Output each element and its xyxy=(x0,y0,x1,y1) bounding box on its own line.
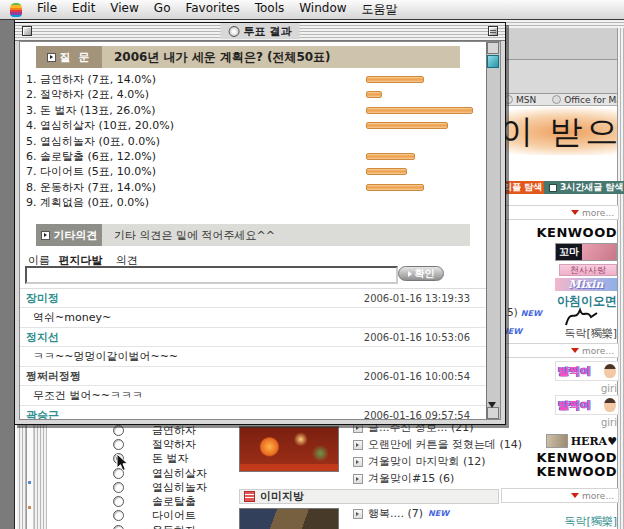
confirm-button[interactable]: 확인 xyxy=(398,266,444,281)
menu-item[interactable]: Edit xyxy=(72,1,95,18)
window-frame-right xyxy=(617,28,624,529)
radio-button[interactable] xyxy=(113,525,124,529)
opinion-input[interactable] xyxy=(25,266,398,284)
board-item-text: 행복.... (7) xyxy=(368,506,423,521)
favorites-label: MSN xyxy=(516,95,536,105)
ad-kenwood[interactable]: KENWOOD xyxy=(501,450,617,465)
menu-item[interactable]: Window xyxy=(299,1,346,18)
menu-item[interactable]: Go xyxy=(154,1,171,18)
poll-option-list: 금연하자절약하자돈 벌자열심히살자열심히놀자솔로탈출다이어트운동하자 xyxy=(113,423,207,529)
ad-label: HERA♥ xyxy=(571,435,617,448)
comment-text-row: 역쉬~money~ xyxy=(20,308,486,328)
photo-thumbnail[interactable] xyxy=(239,508,339,529)
comment-header-row: 쩡쩌러정쩡2006-01-16 10:00:54 xyxy=(20,367,486,386)
image-room-section-header[interactable]: 이미지방 xyxy=(239,489,499,504)
poll-result-bar xyxy=(366,91,382,98)
poll-item-text: 5. 열심히놀자 (0표, 0.0%) xyxy=(26,135,160,148)
ad-label: 발찍이 xyxy=(558,398,591,413)
ad-baljjik-banner[interactable]: 발찍이 xyxy=(555,395,619,415)
dokrak-link[interactable]: 독락[獨樂] xyxy=(501,326,617,341)
favorites-item-office[interactable]: Office for Macin xyxy=(552,95,624,105)
comment-header-row: 곽승근2006-01-16 09:57:54 xyxy=(20,406,486,419)
poll-option-row: 열심히놀자 xyxy=(113,480,207,494)
ad-kenwood[interactable]: KENWOOD xyxy=(501,225,617,240)
more-arrow-icon xyxy=(571,493,579,498)
poll-result-bar xyxy=(366,76,424,83)
comment-list: 장미정2006-01-16 13:19:33역쉬~money~정지선2006-0… xyxy=(20,288,486,419)
board-item[interactable]: 겨울맞이 마지막회 (12) xyxy=(353,453,518,470)
vertical-scrollbar[interactable] xyxy=(486,42,500,419)
comment-text: 역쉬~money~ xyxy=(33,311,111,324)
ad-mixin-banner[interactable]: Mixin xyxy=(555,278,617,291)
menu-item[interactable]: File xyxy=(37,1,57,18)
lantern-photo-thumbnail[interactable] xyxy=(239,426,339,472)
comment-text-row: ㅋㅋ~~멍멍이같이벌어~~~ xyxy=(20,347,486,367)
comment-timestamp: 2006-01-16 09:57:54 xyxy=(364,410,470,420)
poll-option-row: 금연하자 xyxy=(113,423,207,437)
radio-label: 다이어트 xyxy=(152,508,196,523)
section-title: 이미지방 xyxy=(260,489,304,504)
banner-text: 이 받으세 xyxy=(500,110,618,155)
ad-cheonsa-banner[interactable]: 천사사랑 xyxy=(559,264,617,276)
menu-item[interactable]: Favorites xyxy=(185,1,239,18)
ad-baljjik-banner[interactable]: 발찍이 xyxy=(555,361,619,381)
radio-button[interactable] xyxy=(113,496,124,507)
comment-author[interactable]: 쩡쩌러정쩡 xyxy=(26,369,81,384)
ad-kenwood[interactable]: KENWOOD xyxy=(501,464,617,479)
more-label: more... xyxy=(582,491,614,501)
radio-label: 열심히살자 xyxy=(152,466,207,481)
poll-option-row: 솔로탈출 xyxy=(113,494,207,508)
poll-item-text: 1. 금연하자 (7표, 14.0%) xyxy=(26,73,156,86)
radio-button[interactable] xyxy=(113,425,124,436)
more-link[interactable]: more... xyxy=(501,488,619,503)
menu-item[interactable]: 도움말 xyxy=(362,1,398,18)
confirm-button-label: 확인 xyxy=(415,267,435,281)
dokrak-link[interactable]: 독락[獨樂] xyxy=(501,514,617,529)
poll-result-bar xyxy=(366,153,415,160)
board-item[interactable]: 오랜만에 커튼을 젖혔는데 (14) xyxy=(353,436,518,453)
poll-item-row: 6. 솔로탈출 (6표, 12.0%) xyxy=(26,149,480,164)
total-votes: (전체50표) xyxy=(267,49,331,66)
comment-header-row: 정지선2006-01-16 10:53:06 xyxy=(20,328,486,347)
more-link[interactable]: more... xyxy=(501,343,619,358)
poll-option-row: 운동하자 xyxy=(113,523,207,529)
scroll-down-arrow-icon[interactable] xyxy=(487,407,499,419)
badge-box-icon xyxy=(549,184,557,192)
favorites-item-msn[interactable]: MSN xyxy=(504,95,536,105)
comment-author[interactable]: 장미정 xyxy=(26,291,59,306)
window-title: 투표 결과 xyxy=(221,23,300,39)
board-item-text: 겨울맞이#15 (6) xyxy=(368,471,454,486)
menu-item[interactable]: View xyxy=(110,1,138,18)
scrollbar-thumb[interactable] xyxy=(487,55,499,68)
close-box-icon[interactable] xyxy=(22,26,32,36)
new-posts-search-badge[interactable]: 3시간새글 탐색 xyxy=(544,181,624,194)
ad-koma-banner[interactable]: 꼬마 xyxy=(555,243,617,261)
site-icon xyxy=(552,95,561,104)
radio-button[interactable] xyxy=(113,510,124,521)
badge-label: 3시간새글 탐색 xyxy=(560,181,623,194)
poll-option-row: 다이어트 xyxy=(113,509,207,523)
radio-button[interactable] xyxy=(113,482,124,493)
reply-search-badge[interactable]: 리플 탐색 xyxy=(499,181,546,194)
board-item[interactable]: 행복.... (7) NEW xyxy=(353,505,518,522)
radio-button[interactable] xyxy=(113,439,124,450)
board-item[interactable]: 겨울맞이#15 (6) xyxy=(353,470,518,487)
poll-window-titlebar[interactable]: 투표 결과 xyxy=(15,23,505,41)
question-text-bar: 2006년 내가 세운 계획은? (전체50표) xyxy=(102,46,460,68)
comment-timestamp: 2006-01-16 10:53:06 xyxy=(364,332,470,343)
poll-result-bar xyxy=(366,107,473,114)
apple-menu-icon[interactable] xyxy=(10,3,22,17)
list-fragment[interactable]: 15) NEW xyxy=(501,307,542,318)
more-arrow-icon xyxy=(571,210,579,215)
menu-bar: FileEditViewGoFavoritesToolsWindow도움말 xyxy=(0,0,624,20)
more-link[interactable]: more... xyxy=(501,205,619,220)
menu-item[interactable]: Tools xyxy=(255,1,285,18)
scroll-up-arrow-icon[interactable] xyxy=(487,42,499,54)
comment-author[interactable]: 정지선 xyxy=(26,330,59,345)
menu-items: FileEditViewGoFavoritesToolsWindow도움말 xyxy=(37,1,398,18)
post-icon xyxy=(353,457,363,467)
comment-author[interactable]: 곽승근 xyxy=(26,408,59,420)
comment-timestamp: 2006-01-16 10:00:54 xyxy=(364,371,470,382)
poll-item-text: 2. 절약하자 (2표, 4.0%) xyxy=(26,88,149,101)
collapse-box-icon[interactable] xyxy=(488,26,498,36)
